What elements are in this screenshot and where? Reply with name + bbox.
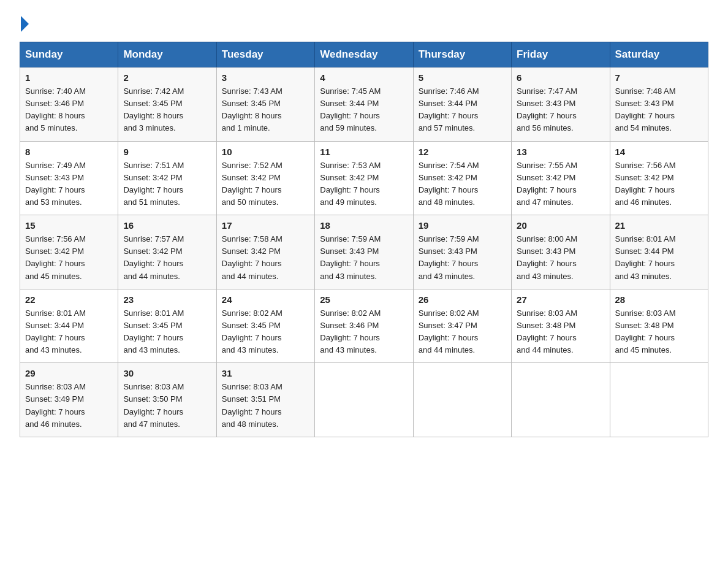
day-number: 29: [25, 368, 113, 378]
calendar-cell: 9 Sunrise: 7:51 AMSunset: 3:42 PMDayligh…: [118, 141, 216, 215]
calendar-cell: 22 Sunrise: 8:01 AMSunset: 3:44 PMDaylig…: [20, 289, 118, 363]
day-info: Sunrise: 7:56 AMSunset: 3:42 PMDaylight:…: [615, 161, 676, 207]
calendar-week-row: 29 Sunrise: 8:03 AMSunset: 3:49 PMDaylig…: [20, 363, 708, 437]
day-info: Sunrise: 7:59 AMSunset: 3:43 PMDaylight:…: [320, 234, 381, 280]
calendar-cell: [315, 363, 413, 437]
calendar-cell: 20 Sunrise: 8:00 AMSunset: 3:43 PMDaylig…: [512, 215, 610, 289]
day-info: Sunrise: 7:59 AMSunset: 3:43 PMDaylight:…: [419, 234, 479, 280]
header-saturday: Saturday: [610, 42, 708, 67]
calendar-cell: 31 Sunrise: 8:03 AMSunset: 3:51 PMDaylig…: [216, 363, 314, 437]
calendar-cell: 11 Sunrise: 7:53 AMSunset: 3:42 PMDaylig…: [315, 141, 413, 215]
header-thursday: Thursday: [413, 42, 511, 67]
day-number: 19: [419, 220, 506, 231]
calendar-cell: 10 Sunrise: 7:52 AMSunset: 3:42 PMDaylig…: [216, 141, 314, 215]
day-number: 10: [222, 147, 309, 157]
day-info: Sunrise: 8:03 AMSunset: 3:50 PMDaylight:…: [123, 382, 184, 428]
day-number: 8: [25, 147, 113, 157]
day-number: 31: [222, 368, 309, 378]
calendar-cell: 17 Sunrise: 7:58 AMSunset: 3:42 PMDaylig…: [216, 215, 314, 289]
day-number: 4: [320, 72, 408, 83]
day-info: Sunrise: 8:03 AMSunset: 3:51 PMDaylight:…: [222, 382, 282, 428]
logo-icon: [20, 15, 29, 32]
day-info: Sunrise: 7:40 AMSunset: 3:46 PMDaylight:…: [25, 86, 86, 132]
day-info: Sunrise: 7:48 AMSunset: 3:43 PMDaylight:…: [615, 86, 676, 132]
day-info: Sunrise: 8:02 AMSunset: 3:46 PMDaylight:…: [320, 308, 381, 354]
calendar-week-row: 15 Sunrise: 7:56 AMSunset: 3:42 PMDaylig…: [20, 215, 708, 289]
calendar-cell: [413, 363, 511, 437]
day-number: 9: [123, 147, 211, 157]
day-info: Sunrise: 8:03 AMSunset: 3:48 PMDaylight:…: [517, 308, 577, 354]
calendar-cell: 26 Sunrise: 8:02 AMSunset: 3:47 PMDaylig…: [413, 289, 511, 363]
calendar-cell: 12 Sunrise: 7:54 AMSunset: 3:42 PMDaylig…: [413, 141, 511, 215]
day-number: 18: [320, 220, 408, 231]
calendar-cell: 8 Sunrise: 7:49 AMSunset: 3:43 PMDayligh…: [20, 141, 118, 215]
calendar-cell: 3 Sunrise: 7:43 AMSunset: 3:45 PMDayligh…: [216, 67, 314, 142]
day-info: Sunrise: 7:43 AMSunset: 3:45 PMDaylight:…: [222, 86, 282, 132]
day-number: 16: [123, 220, 211, 231]
day-info: Sunrise: 7:56 AMSunset: 3:42 PMDaylight:…: [25, 234, 86, 280]
day-info: Sunrise: 7:53 AMSunset: 3:42 PMDaylight:…: [320, 161, 381, 207]
calendar-table: SundayMondayTuesdayWednesdayThursdayFrid…: [20, 42, 708, 437]
calendar-cell: 13 Sunrise: 7:55 AMSunset: 3:42 PMDaylig…: [512, 141, 610, 215]
calendar-cell: 30 Sunrise: 8:03 AMSunset: 3:50 PMDaylig…: [118, 363, 216, 437]
day-info: Sunrise: 7:52 AMSunset: 3:42 PMDaylight:…: [222, 161, 282, 207]
day-info: Sunrise: 7:45 AMSunset: 3:44 PMDaylight:…: [320, 86, 381, 132]
calendar-week-row: 22 Sunrise: 8:01 AMSunset: 3:44 PMDaylig…: [20, 289, 708, 363]
day-number: 24: [222, 294, 309, 305]
day-number: 3: [222, 72, 309, 83]
day-info: Sunrise: 8:02 AMSunset: 3:45 PMDaylight:…: [222, 308, 282, 354]
day-number: 7: [615, 72, 703, 83]
page-header: [20, 15, 708, 32]
day-info: Sunrise: 7:54 AMSunset: 3:42 PMDaylight:…: [419, 161, 479, 207]
day-number: 6: [517, 72, 604, 83]
day-info: Sunrise: 7:49 AMSunset: 3:43 PMDaylight:…: [25, 161, 86, 207]
day-number: 23: [123, 294, 211, 305]
calendar-cell: 21 Sunrise: 8:01 AMSunset: 3:44 PMDaylig…: [610, 215, 708, 289]
day-info: Sunrise: 8:02 AMSunset: 3:47 PMDaylight:…: [419, 308, 479, 354]
calendar-cell: 15 Sunrise: 7:56 AMSunset: 3:42 PMDaylig…: [20, 215, 118, 289]
day-number: 2: [123, 72, 211, 83]
day-info: Sunrise: 8:03 AMSunset: 3:49 PMDaylight:…: [25, 382, 86, 428]
day-number: 15: [25, 220, 113, 231]
calendar-cell: 16 Sunrise: 7:57 AMSunset: 3:42 PMDaylig…: [118, 215, 216, 289]
header-friday: Friday: [512, 42, 610, 67]
day-number: 27: [517, 294, 604, 305]
day-number: 5: [419, 72, 506, 83]
calendar-cell: 6 Sunrise: 7:47 AMSunset: 3:43 PMDayligh…: [512, 67, 610, 142]
logo: [20, 15, 29, 32]
calendar-cell: 18 Sunrise: 7:59 AMSunset: 3:43 PMDaylig…: [315, 215, 413, 289]
day-info: Sunrise: 8:03 AMSunset: 3:48 PMDaylight:…: [615, 308, 676, 354]
day-number: 30: [123, 368, 211, 378]
day-info: Sunrise: 7:57 AMSunset: 3:42 PMDaylight:…: [123, 234, 184, 280]
calendar-cell: 1 Sunrise: 7:40 AMSunset: 3:46 PMDayligh…: [20, 67, 118, 142]
day-number: 20: [517, 220, 604, 231]
day-info: Sunrise: 7:55 AMSunset: 3:42 PMDaylight:…: [517, 161, 577, 207]
calendar-cell: [610, 363, 708, 437]
day-info: Sunrise: 7:58 AMSunset: 3:42 PMDaylight:…: [222, 234, 282, 280]
day-info: Sunrise: 8:01 AMSunset: 3:44 PMDaylight:…: [615, 234, 676, 280]
day-number: 13: [517, 147, 604, 157]
calendar-cell: 4 Sunrise: 7:45 AMSunset: 3:44 PMDayligh…: [315, 67, 413, 142]
header-monday: Monday: [118, 42, 216, 67]
day-number: 17: [222, 220, 309, 231]
header-tuesday: Tuesday: [216, 42, 314, 67]
calendar-cell: 14 Sunrise: 7:56 AMSunset: 3:42 PMDaylig…: [610, 141, 708, 215]
day-info: Sunrise: 7:46 AMSunset: 3:44 PMDaylight:…: [419, 86, 479, 132]
day-number: 25: [320, 294, 408, 305]
calendar-week-row: 1 Sunrise: 7:40 AMSunset: 3:46 PMDayligh…: [20, 67, 708, 142]
calendar-week-row: 8 Sunrise: 7:49 AMSunset: 3:43 PMDayligh…: [20, 141, 708, 215]
calendar-cell: 7 Sunrise: 7:48 AMSunset: 3:43 PMDayligh…: [610, 67, 708, 142]
day-number: 1: [25, 72, 113, 83]
calendar-cell: 2 Sunrise: 7:42 AMSunset: 3:45 PMDayligh…: [118, 67, 216, 142]
calendar-cell: 19 Sunrise: 7:59 AMSunset: 3:43 PMDaylig…: [413, 215, 511, 289]
calendar-cell: [512, 363, 610, 437]
calendar-cell: 27 Sunrise: 8:03 AMSunset: 3:48 PMDaylig…: [512, 289, 610, 363]
day-number: 26: [419, 294, 506, 305]
header-wednesday: Wednesday: [315, 42, 413, 67]
calendar-cell: 23 Sunrise: 8:01 AMSunset: 3:45 PMDaylig…: [118, 289, 216, 363]
day-number: 14: [615, 147, 703, 157]
calendar-header-row: SundayMondayTuesdayWednesdayThursdayFrid…: [20, 42, 708, 67]
day-number: 21: [615, 220, 703, 231]
calendar-cell: 28 Sunrise: 8:03 AMSunset: 3:48 PMDaylig…: [610, 289, 708, 363]
calendar-cell: 29 Sunrise: 8:03 AMSunset: 3:49 PMDaylig…: [20, 363, 118, 437]
